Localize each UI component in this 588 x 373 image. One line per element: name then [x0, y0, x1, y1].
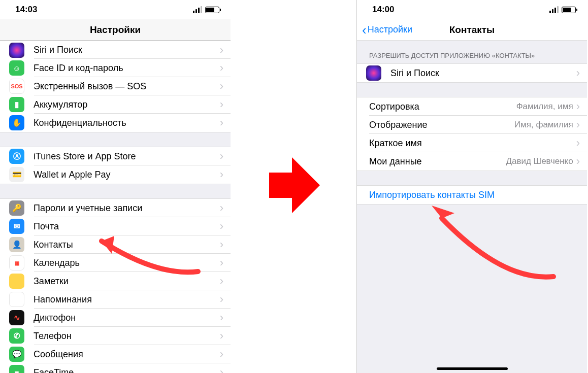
row-sos[interactable]: SOS Экстренный вызов — SOS ›: [0, 77, 231, 95]
row-label: Календарь: [34, 258, 220, 268]
row-label: Контакты: [34, 240, 220, 250]
row-display[interactable]: Отображение Имя, фамилия ›: [357, 116, 587, 134]
row-wallet[interactable]: 💳 Wallet и Apple Pay ›: [0, 165, 231, 184]
battery-icon: [562, 7, 576, 13]
back-label: Настройки: [368, 24, 412, 35]
home-indicator: [437, 367, 508, 370]
row-label: Сообщения: [34, 349, 220, 360]
siri-icon: [366, 65, 381, 81]
sos-icon: SOS: [9, 79, 24, 94]
row-label: Отображение: [369, 120, 514, 130]
row-label: Аккумулятор: [34, 99, 220, 110]
row-mail[interactable]: ✉ Почта ›: [0, 217, 231, 235]
facetime-icon: ■: [9, 365, 24, 373]
row-phone[interactable]: ✆ Телефон ›: [0, 327, 231, 345]
signal-icon: [549, 6, 559, 13]
wallet-icon: 💳: [9, 167, 24, 182]
row-reminders[interactable]: ☰ Напоминания ›: [0, 290, 231, 309]
big-arrow-icon: [269, 152, 320, 218]
chevron-right-icon: ›: [576, 100, 580, 113]
row-label: Почта: [34, 221, 220, 232]
signal-icon: [193, 6, 202, 13]
chevron-right-icon: ›: [220, 329, 223, 343]
chevron-right-icon: ›: [220, 311, 223, 324]
row-mydata[interactable]: Мои данные Давид Шевченко ›: [357, 152, 587, 171]
section-gap: [0, 132, 231, 147]
row-label: Импортировать контакты SIM: [369, 190, 580, 200]
page-title: Контакты: [449, 24, 495, 36]
section-gap: [0, 184, 231, 199]
status-time: 14:00: [372, 5, 394, 15]
row-label: FaceTime: [34, 367, 220, 374]
faceid-icon: ☺: [9, 60, 24, 76]
chevron-right-icon: ›: [576, 137, 580, 150]
row-value: Имя, фамилия: [514, 120, 573, 130]
status-time: 14:03: [15, 5, 37, 15]
row-appstore[interactable]: Ⓐ iTunes Store и App Store ›: [0, 147, 231, 165]
chevron-right-icon: ›: [220, 150, 223, 163]
chevron-right-icon: ›: [220, 238, 223, 251]
row-value: Давид Шевченко: [506, 156, 573, 166]
privacy-icon: ✋: [9, 115, 24, 130]
row-label: Пароли и учетные записи: [34, 203, 220, 214]
chevron-left-icon: ‹: [362, 23, 367, 37]
navbar-contacts: ‹ Настройки Контакты: [357, 19, 587, 41]
chevron-right-icon: ›: [220, 61, 223, 75]
row-label: Заметки: [34, 276, 220, 287]
row-sort[interactable]: Сортировка Фамилия, имя ›: [357, 97, 587, 116]
row-label: iTunes Store и App Store: [34, 151, 220, 162]
mail-icon: ✉: [9, 219, 24, 234]
row-label: Краткое имя: [369, 138, 576, 149]
reminders-icon: ☰: [9, 292, 24, 307]
row-label: Диктофон: [34, 313, 220, 323]
appstore-icon: Ⓐ: [9, 149, 24, 164]
chevron-right-icon: ›: [220, 168, 223, 181]
chevron-right-icon: ›: [576, 155, 580, 168]
siri-icon: [9, 43, 24, 58]
row-privacy[interactable]: ✋ Конфиденциальность ›: [0, 114, 231, 132]
status-icons: [193, 6, 219, 13]
voice-icon: ∿: [9, 310, 24, 325]
phone-icon: ✆: [9, 328, 24, 344]
row-import-sim[interactable]: Импортировать контакты SIM: [357, 186, 587, 204]
screen-settings: 14:03 Настройки Siri и Поиск › ☺ Face ID…: [0, 0, 231, 373]
row-facetime[interactable]: ■ FaceTime ›: [0, 363, 231, 373]
empty-area: [357, 204, 587, 373]
chevron-right-icon: ›: [220, 116, 223, 129]
row-label: Wallet и Apple Pay: [34, 169, 220, 180]
key-icon: 🔑: [9, 200, 24, 216]
messages-icon: 💬: [9, 347, 24, 362]
back-button[interactable]: ‹ Настройки: [362, 23, 412, 37]
row-messages[interactable]: 💬 Сообщения ›: [0, 345, 231, 363]
section-gap: [357, 82, 587, 97]
row-faceid[interactable]: ☺ Face ID и код-пароль ›: [0, 59, 231, 77]
chevron-right-icon: ›: [220, 220, 223, 233]
section-gap: [357, 171, 587, 186]
chevron-right-icon: ›: [220, 293, 223, 306]
battery-app-icon: ▮: [9, 97, 24, 112]
notes-icon: [9, 274, 24, 289]
row-battery[interactable]: ▮ Аккумулятор ›: [0, 95, 231, 114]
row-calendar[interactable]: ▦ Календарь ›: [0, 254, 231, 272]
chevron-right-icon: ›: [220, 275, 223, 288]
chevron-right-icon: ›: [220, 201, 223, 215]
chevron-right-icon: ›: [576, 66, 580, 80]
chevron-right-icon: ›: [220, 256, 223, 269]
row-label: Телефон: [34, 331, 220, 342]
row-label: Конфиденциальность: [34, 118, 220, 128]
row-voice[interactable]: ∿ Диктофон ›: [0, 309, 231, 327]
screen-contacts: 14:00 ‹ Настройки Контакты РАЗРЕШИТЬ ДОС…: [356, 0, 587, 373]
row-siri-right[interactable]: Siri и Поиск ›: [357, 64, 587, 82]
row-contacts[interactable]: 👤 Контакты ›: [0, 235, 231, 254]
row-passwords[interactable]: 🔑 Пароли и учетные записи ›: [0, 199, 231, 217]
row-value: Фамилия, имя: [516, 101, 573, 112]
row-label: Мои данные: [369, 156, 506, 167]
battery-icon: [205, 7, 219, 13]
row-notes[interactable]: Заметки ›: [0, 272, 231, 290]
row-label: Напоминания: [34, 294, 220, 305]
chevron-right-icon: ›: [220, 44, 223, 57]
row-siri[interactable]: Siri и Поиск ›: [0, 41, 231, 59]
row-label: Экстренный вызов — SOS: [34, 81, 220, 92]
row-label: Siri и Поиск: [34, 45, 220, 55]
row-shortname[interactable]: Краткое имя ›: [357, 134, 587, 152]
